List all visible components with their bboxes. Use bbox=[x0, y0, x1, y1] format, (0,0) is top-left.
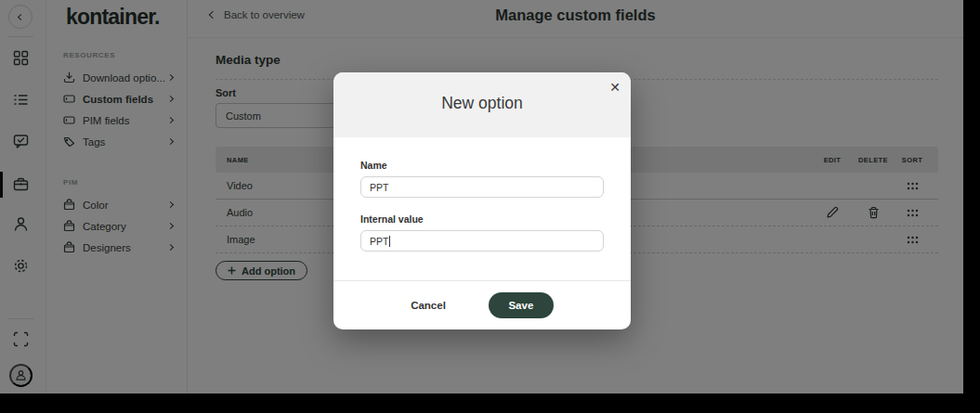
close-icon[interactable]: ✕ bbox=[606, 78, 624, 97]
name-input[interactable]: PPT bbox=[360, 176, 604, 198]
modal-footer: Cancel Save bbox=[333, 280, 631, 329]
save-button[interactable]: Save bbox=[489, 292, 554, 318]
app-window: kontainer. RESOURCES Download optio... C… bbox=[0, 0, 963, 394]
text-cursor bbox=[389, 236, 390, 247]
modal-header: New option ✕ bbox=[333, 72, 631, 137]
modal-body: Name PPT Internal value PPT bbox=[333, 137, 631, 252]
internal-value-field-label: Internal value bbox=[360, 213, 604, 225]
modal-title: New option bbox=[333, 72, 631, 113]
internal-value-input-value: PPT bbox=[370, 236, 388, 247]
internal-value-field-group: Internal value PPT bbox=[360, 213, 604, 252]
new-option-modal: New option ✕ Name PPT Internal value PPT bbox=[333, 72, 631, 329]
name-field-label: Name bbox=[360, 160, 604, 171]
internal-value-input[interactable]: PPT bbox=[360, 230, 604, 252]
name-input-value: PPT bbox=[370, 182, 388, 193]
cancel-button[interactable]: Cancel bbox=[411, 300, 446, 311]
name-field-group: Name PPT bbox=[360, 160, 604, 198]
screen: kontainer. RESOURCES Download optio... C… bbox=[0, 0, 980, 413]
